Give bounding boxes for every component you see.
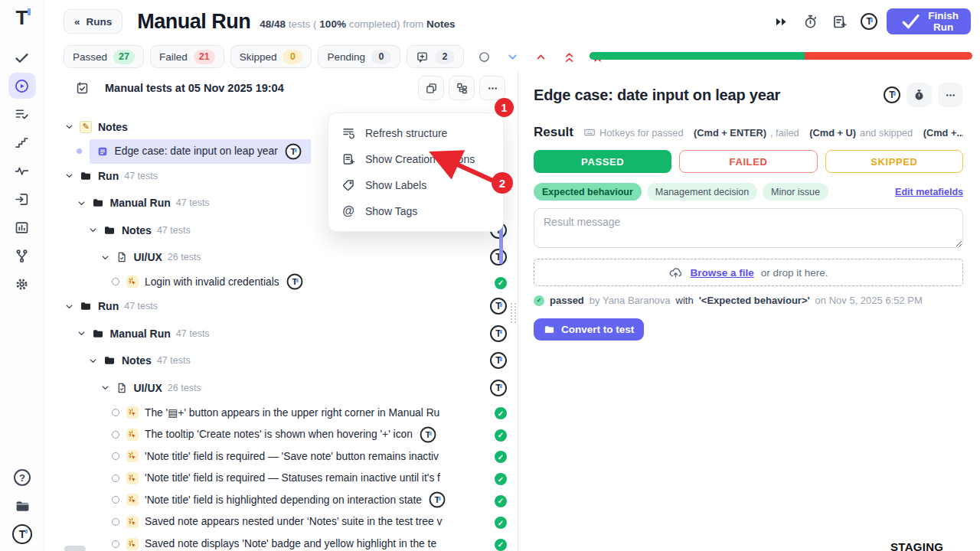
tree-item-count: 26 tests xyxy=(168,383,201,393)
back-to-runs-button[interactable]: « Runs xyxy=(64,9,122,34)
more-options-button[interactable] xyxy=(938,83,963,107)
mark-passed-button[interactable]: PASSED xyxy=(534,150,671,173)
status-ring-icon[interactable] xyxy=(112,518,119,526)
filter-skipped-button[interactable]: Skipped 0 xyxy=(230,45,312,68)
tree-test-row[interactable]: 'Note title' field is required — 'Save n… xyxy=(44,445,518,468)
tree-item-count: 26 tests xyxy=(168,252,201,262)
page-title: Manual Run xyxy=(137,10,250,34)
testomat-logo[interactable]: T xyxy=(16,8,28,28)
metafield-chip[interactable]: Minor issue xyxy=(763,183,828,201)
test-avatar-tlogo[interactable]: T xyxy=(884,86,900,103)
filter-failed-button[interactable]: Failed 21 xyxy=(150,45,224,68)
tree-horizontal-scrollbar[interactable] xyxy=(64,546,86,551)
tree-tool-dots-button[interactable] xyxy=(479,76,505,100)
status-ring-icon[interactable] xyxy=(112,409,119,416)
stopwatch-icon[interactable] xyxy=(802,14,818,30)
annotation-step-1: 1 xyxy=(495,98,514,117)
assignee-tlogo-icon[interactable]: T xyxy=(285,143,301,159)
sidebar-item-import[interactable] xyxy=(8,186,36,212)
tree-tool-copy-button[interactable] xyxy=(418,76,444,100)
assignee-tlogo-icon[interactable]: T xyxy=(490,380,507,396)
sidebar-item-gear[interactable] xyxy=(8,271,36,297)
status-ring-icon[interactable] xyxy=(112,496,119,504)
circle-o-icon[interactable] xyxy=(478,51,491,64)
status-ring-icon[interactable] xyxy=(112,540,119,548)
tree-item-label: Run xyxy=(98,170,119,182)
selected-row-highlight[interactable]: Edge case: date input on leap yearT xyxy=(90,139,311,164)
ai-icon xyxy=(126,450,139,462)
tree-item-label: Saved note displays 'Note' badge and yel… xyxy=(145,538,436,549)
tree-item-label: Login with invalid credentials xyxy=(145,276,279,288)
comments-filter-button[interactable]: 2 xyxy=(407,45,464,68)
run-avatar-tlogo[interactable]: T xyxy=(861,13,877,30)
tree-test-row[interactable]: Login with invalid credentialsT✓ xyxy=(44,271,518,293)
assignee-tlogo-icon[interactable]: T xyxy=(429,492,445,508)
tree-suite-row[interactable]: Run47 testsT xyxy=(44,293,518,321)
sidebar-item-plans-list-check[interactable] xyxy=(8,101,36,127)
tree-suite-row[interactable]: Manual Run47 testsT xyxy=(44,320,518,347)
tree-item-label: Notes xyxy=(98,121,128,133)
passed-check-icon: ✓ xyxy=(495,536,507,551)
tree-test-row[interactable]: The tooltip 'Create notes' is shown when… xyxy=(44,423,518,445)
passed-check-icon: ✓ xyxy=(495,449,507,464)
hotkeys-hint: Hotkeys for passed (Cmd + ENTER) , faile… xyxy=(583,126,963,139)
passed-check-icon: ✓ xyxy=(495,427,507,442)
filter-passed-button[interactable]: Passed 27 xyxy=(64,45,144,68)
tree-test-row[interactable]: Saved note appears nested under ‘Notes’ … xyxy=(44,511,518,533)
browse-file-link[interactable]: Browse a file xyxy=(690,267,753,279)
tree-test-row[interactable]: 'Note title' field is highlighted depend… xyxy=(44,489,518,511)
passed-check-icon: ✓ xyxy=(495,406,507,420)
file-icon xyxy=(116,382,128,394)
assignee-tlogo-icon[interactable]: T xyxy=(490,352,507,369)
at-icon: @ xyxy=(341,204,355,218)
status-ring-icon[interactable] xyxy=(112,278,119,285)
sidebar-item-steps[interactable] xyxy=(8,129,36,155)
note-add-icon[interactable] xyxy=(831,14,848,30)
annotation-step-2: 2 xyxy=(492,172,513,194)
finish-run-button[interactable]: Finish Run xyxy=(887,8,971,34)
panel-resize-handle[interactable] xyxy=(511,303,516,323)
tree-suite-row[interactable]: UI/UX26 testsT xyxy=(44,244,518,272)
assignee-tlogo-icon[interactable]: T xyxy=(286,274,302,290)
menu-item-show-tags[interactable]: @ Show Tags xyxy=(328,198,503,224)
filter-count: 27 xyxy=(113,50,135,64)
timer-button[interactable] xyxy=(906,83,932,107)
assignee-tlogo-icon[interactable]: T xyxy=(490,325,507,342)
dbl-chev-up-red-icon[interactable] xyxy=(563,51,576,64)
menu-item-refresh-structure[interactable]: Refresh structure xyxy=(328,120,503,146)
sidebar-item-report[interactable] xyxy=(8,214,36,240)
chev-down-blue-icon[interactable] xyxy=(506,51,519,64)
convert-to-test-button[interactable]: Convert to test xyxy=(534,318,644,341)
sidebar-item-profile-tlogo[interactable]: T xyxy=(8,521,36,547)
ai-icon xyxy=(126,429,139,441)
sidebar-item-branch[interactable] xyxy=(8,243,36,269)
sidebar-item-runs-play[interactable] xyxy=(8,73,36,99)
mark-skipped-button[interactable]: SKIPPED xyxy=(825,150,963,173)
sidebar-item-help[interactable]: ? xyxy=(8,465,36,491)
fast-forward-icon[interactable] xyxy=(773,14,789,30)
tree-suite-row[interactable]: UI/UX26 testsT xyxy=(44,374,518,402)
result-message-input[interactable] xyxy=(534,208,963,248)
sidebar-item-pulse[interactable] xyxy=(8,158,36,184)
assignee-tlogo-icon[interactable]: T xyxy=(490,249,507,266)
chev-up-red-icon[interactable] xyxy=(534,51,547,64)
sidebar-item-projects-folder[interactable] xyxy=(8,493,36,519)
filter-count: 21 xyxy=(194,50,215,64)
tree-test-row[interactable]: The '▤+' button appears in the upper rig… xyxy=(44,402,518,424)
tree-test-row[interactable]: Saved note displays 'Note' badge and yel… xyxy=(44,533,518,551)
sidebar-item-tests-check[interactable] xyxy=(8,44,36,70)
status-ring-icon[interactable] xyxy=(112,452,119,460)
tree-test-row[interactable]: 'Note title' field is required — Statuse… xyxy=(44,467,518,489)
metafield-chip[interactable]: Management decision xyxy=(647,183,757,201)
assignee-tlogo-icon[interactable]: T xyxy=(420,426,436,442)
metafield-chip[interactable]: Expected behaviour xyxy=(534,183,642,201)
edit-metafields-link[interactable]: Edit metafields xyxy=(895,187,963,197)
status-ring-icon[interactable] xyxy=(112,431,119,439)
filter-pending-button[interactable]: Pending 0 xyxy=(318,45,400,68)
tree-suite-row[interactable]: Notes47 testsT xyxy=(44,347,518,375)
tree-tool-tree-struct-button[interactable] xyxy=(449,76,475,100)
mark-failed-button[interactable]: FAILED xyxy=(679,150,817,173)
file-dropzone[interactable]: Browse a file or drop it here. xyxy=(534,259,963,286)
assignee-tlogo-icon[interactable]: T xyxy=(490,298,507,315)
status-ring-icon[interactable] xyxy=(112,474,119,482)
